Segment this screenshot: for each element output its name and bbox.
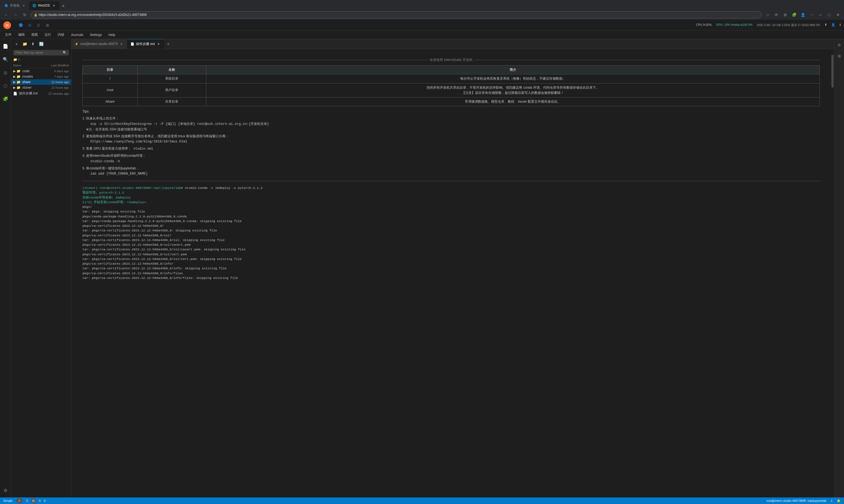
toolbar-icon-4[interactable]: ◎ [44, 22, 51, 29]
toolbar-icon-3[interactable]: ⟨⟩ [35, 22, 42, 29]
refresh-button[interactable]: 🔄 [38, 41, 45, 47]
menu-help[interactable]: Help [106, 32, 118, 38]
editor-scroll-content[interactable]: 欢迎使用 InternStudio 开发机 目录 名称 简介 [71, 49, 831, 498]
terminal-output-12: pkgs/ca-certificates-2023.12.12-h06a4308… [82, 242, 820, 247]
system-info: CPU 9.02% GPU: 10% Nvidia A100 0% 内存 0.4… [696, 23, 841, 27]
editor-tab-bar: ⚡ root@intern-studio-40073 ✕ 📄 操作步骤.md ✕… [71, 39, 834, 49]
toolbar-action-2[interactable]: 👤 [831, 23, 835, 27]
close-button[interactable]: ✕ [834, 11, 842, 19]
menu-journals[interactable]: Journals [68, 32, 86, 38]
new-tab-button[interactable]: + [59, 2, 67, 10]
add-tab-button[interactable]: + [164, 39, 172, 49]
activity-search[interactable]: 🔍 [1, 54, 11, 64]
tip-2-code: https://www.ruanyifeng.com/blog/2019/10/… [82, 140, 187, 144]
editor-tab-terminal[interactable]: ⚡ root@intern-studio-40073 ✕ [71, 39, 127, 49]
right-icon-settings[interactable]: ⊞ [836, 52, 843, 60]
forward-button[interactable]: → [12, 11, 19, 19]
editor-scrollbar[interactable] [831, 49, 834, 498]
activity-git[interactable]: ◎ [1, 68, 11, 77]
more-button[interactable]: ⋯ [808, 11, 815, 19]
app-logo: IS [3, 21, 11, 29]
terminal-tab-close[interactable]: ✕ [119, 42, 124, 46]
md-tab-close[interactable]: ✕ [156, 42, 161, 47]
cpu-info: CPU 9.02% [696, 23, 711, 27]
status-bell-icon[interactable]: 🔔 [837, 499, 841, 503]
activity-debug[interactable]: ⬡ [1, 81, 11, 91]
bookmarks-button[interactable]: ☆ [764, 11, 772, 19]
status-mode-toggle[interactable]: ⚬ [16, 499, 23, 503]
terminal-output-2: 目标conda环境名称: lmdeploy [82, 195, 820, 200]
filter-input[interactable] [15, 51, 61, 55]
split-view-button[interactable]: ⧉ [781, 11, 789, 19]
menu-run[interactable]: 运行 [42, 31, 54, 38]
status-col-count: 0 [39, 499, 41, 502]
tip-1: 1. 快速从本地上传文件： scp -o StrictHostKeyChecki… [82, 116, 820, 132]
table-cell: / [83, 74, 138, 83]
new-file-button[interactable]: + [13, 41, 20, 47]
menu-view[interactable]: 视图 [29, 31, 41, 38]
table-row: /share 共享目录 常用微调数据集、模型仓库、教程、xtuner 配置文件都… [83, 97, 820, 106]
menu-file[interactable]: 文件 [2, 31, 14, 38]
terminal-hash: # [181, 186, 185, 190]
file-item-name: xtuner [22, 86, 49, 89]
app-container: IS 🔵 ⊞ ⟨⟩ ◎ CPU 9.02% GPU: 10% Nvidia A1… [0, 20, 844, 504]
profile-button[interactable]: 👤 [799, 11, 807, 19]
toolbar-icon-1[interactable]: 🔵 [18, 22, 24, 29]
menu-bar: 文件 编辑 视图 运行 内核 Journals Settings Help [0, 31, 844, 39]
tip-5-text: 5. 将conda环境一键添加到jupyterlab： [82, 166, 139, 170]
reload-button[interactable]: ↻ [21, 11, 29, 19]
right-icon-gear[interactable]: ⚙ [836, 41, 843, 49]
url-text: https://studio.intern-ai.org.cn/console/… [39, 13, 147, 17]
status-tab-icon: ⊟ [31, 499, 36, 503]
editor-content: 欢迎使用 InternStudio 开发机 目录 名称 简介 [71, 49, 831, 286]
toolbar-action-1[interactable]: ⬆ [825, 23, 827, 27]
file-list-item[interactable]: ▶ 📁models7 days ago [11, 74, 71, 79]
file-item-icon: ▶ 📁 [13, 69, 21, 73]
status-enc: 0 [44, 499, 46, 502]
menu-kernel[interactable]: 内核 [55, 31, 67, 38]
new-folder-button[interactable]: 📁 [21, 41, 28, 47]
tip-1-num: 1. 快速从本地上传文件： [82, 116, 119, 120]
table-cell: 常用微调数据集、模型仓库、教程、xtuner 配置文件都存放在此。 [206, 97, 820, 106]
terminal-output-8: pkgs/ca-certificates-2023.12.12-h06a4308… [82, 223, 820, 228]
file-list-item[interactable]: ▶ 📁share11 hours ago [11, 79, 71, 85]
status-server-label: root@intern-studio-40073899: /opt/jupyte… [766, 499, 826, 502]
terminal-prompt-line: (xtuner) root@intern-studio-40073899:/op… [82, 185, 820, 190]
menu-edit[interactable]: 编辑 [15, 31, 28, 38]
root-path-indicator: 📁 / [11, 57, 71, 62]
editor-tab-md[interactable]: 📄 操作步骤.md ✕ [127, 39, 164, 49]
browser-nav-controls: ← → ↻ [2, 11, 29, 19]
status-right: root@intern-studio-40073899: /opt/jupyte… [766, 499, 841, 503]
extensions-button[interactable]: 🧩 [790, 11, 798, 19]
history-button[interactable]: ⟳ [773, 11, 780, 19]
file-list-item[interactable]: ▶ 📁xtuner21 hours ago [11, 85, 71, 90]
editor-scrollbar-thumb[interactable] [831, 55, 833, 88]
file-item-date: 11 hours ago [51, 80, 69, 84]
column-name-label: Name [13, 64, 21, 67]
toolbar-icon-git[interactable]: ⊞ [27, 22, 33, 29]
activity-extensions[interactable]: 🧩 [1, 94, 11, 104]
browser-tab-webide[interactable]: 🌐 WebIDE ✕ [29, 1, 59, 10]
editor-scroll-area: 欢迎使用 InternStudio 开发机 目录 名称 简介 [71, 49, 834, 498]
webide-tab-close[interactable]: ✕ [52, 3, 56, 8]
back-button[interactable]: ← [2, 11, 10, 19]
activity-settings[interactable]: ⚙ [1, 485, 11, 495]
terminal-prompt-text: (xtuner) root@intern-studio-40073899:/op… [82, 186, 181, 190]
toolbar-action-3[interactable]: ℹ [840, 23, 841, 27]
devmachine-tab-close[interactable]: ✕ [21, 3, 26, 8]
terminal-section: (xtuner) root@intern-studio-40073899:/op… [82, 185, 820, 280]
menu-settings[interactable]: Settings [87, 32, 104, 38]
root-folder-icon: 📁 [13, 58, 17, 61]
tip-2: 2. 避免因终端关闭或 SSH 连接断开导致任务终止，强烈建议使用 tmux 将… [82, 134, 820, 144]
file-list: ▶ 📁code4 days ago▶ 📁models7 days ago▶ 📁s… [11, 68, 71, 498]
tip-4-code: studio-conda -h [82, 160, 120, 163]
terminal-output-4: pkgs/ [82, 204, 820, 209]
file-list-item[interactable]: 📄操作步骤.md22 minutes ago [11, 90, 71, 97]
file-list-item[interactable]: ▶ 📁code4 days ago [11, 68, 71, 74]
upload-button[interactable]: ⬆ [30, 41, 36, 47]
browser-tab-devmachine[interactable]: 🔵 开发机 ✕ [1, 1, 29, 10]
minimize-button[interactable]: ─ [816, 11, 824, 19]
address-bar[interactable]: 🔒 https://studio.intern-ai.org.cn/consol… [31, 11, 762, 18]
maximize-button[interactable]: □ [825, 11, 833, 19]
activity-files[interactable]: 📄 [1, 41, 11, 51]
